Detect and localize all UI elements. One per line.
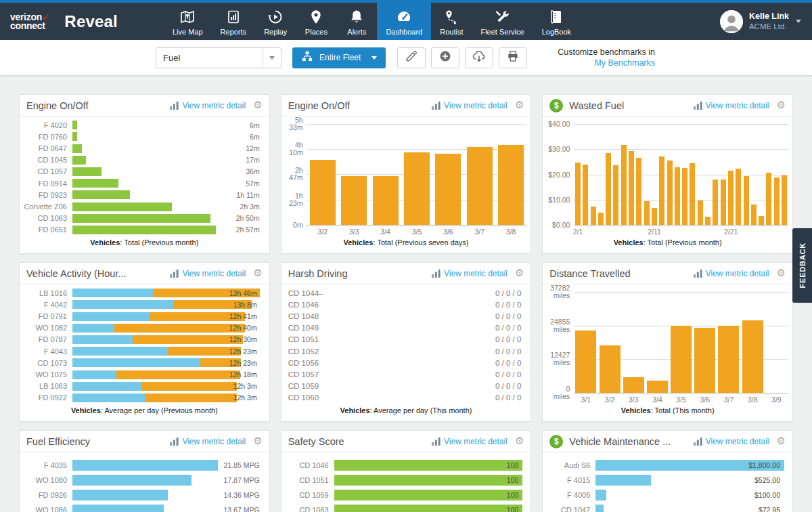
gear-icon[interactable]: ⚙ — [515, 100, 524, 110]
x-tick-label: 3/3 — [629, 396, 639, 404]
bar-row: FD 078712h 30m — [24, 334, 261, 345]
bar — [435, 154, 461, 225]
bar — [659, 156, 664, 225]
view-metric-detail-link[interactable]: View metric detail — [444, 269, 508, 278]
nav-tab-alerts[interactable]: Alerts — [336, 3, 377, 40]
gear-icon[interactable]: ⚙ — [777, 100, 786, 110]
nav-tab-routist[interactable]: Routist — [431, 3, 472, 40]
vehicle-label: CD 1063 — [24, 214, 67, 222]
value-label: 12h 3m — [233, 393, 257, 402]
my-benchmarks-link[interactable]: My Benchmarks — [558, 58, 655, 68]
y-tick-label: $10.00 — [548, 196, 570, 203]
bar-row: F 404312h 23m — [24, 345, 261, 357]
reports-icon — [225, 7, 242, 25]
x-tick-label: 3/8 — [748, 396, 758, 404]
edit-dashboard-button[interactable] — [397, 47, 426, 68]
card-title: Vehicle Activity (Hour... — [26, 268, 126, 279]
gear-icon[interactable]: ⚙ — [515, 268, 524, 278]
bar — [72, 144, 82, 153]
bar — [591, 207, 596, 225]
card-title: Vehicle Maintenance ... — [569, 436, 671, 447]
gear-icon[interactable]: ⚙ — [253, 436, 262, 446]
travel-segment — [72, 358, 200, 367]
chart-caption: Vehicles: Total (Previous month) — [20, 237, 269, 253]
value-label: 0 / 0 / 0 — [495, 359, 521, 367]
gear-icon[interactable]: ⚙ — [253, 100, 262, 110]
stacked-bar — [72, 312, 245, 321]
bar — [636, 158, 641, 225]
bar — [72, 167, 102, 176]
bar — [72, 490, 168, 500]
vehicle-label: F 4043 — [24, 347, 67, 356]
bar — [600, 345, 621, 393]
card-header: Safety Score View metric detail ⚙ — [281, 431, 531, 452]
view-metric-detail-link[interactable]: View metric detail — [444, 101, 508, 110]
bar — [742, 320, 763, 393]
nav-tab-places[interactable]: Places — [296, 3, 336, 40]
x-tick-label: 3/5 — [412, 228, 422, 236]
chart-area: 37282 miles24855 miles12427 miles0 miles… — [543, 284, 792, 405]
chart-area: F 40206mFD 07606mFD 064712mCD 104517mCD … — [20, 116, 269, 237]
vehicle-label: CD 1045 — [24, 156, 67, 164]
y-tick-label: 12427 miles — [550, 351, 570, 366]
vehicle-label: CD 1048 — [288, 312, 319, 320]
user-menu[interactable]: Kelle Link ACME Ltd. — [720, 3, 812, 40]
chart-caption: Vehicles: Total (This month) — [543, 405, 792, 421]
bar-row: CD 1051100 — [286, 473, 523, 488]
bar-row: FD 06512h 57m — [24, 224, 261, 236]
bar-chart-icon — [694, 438, 702, 446]
nav-tab-live-map[interactable]: Live Map — [164, 3, 212, 40]
money-badge-icon: $ — [549, 435, 563, 448]
view-metric-detail-link[interactable]: View metric detail — [706, 437, 769, 446]
fleet-selector-button[interactable]: Entire Fleet — [292, 47, 386, 68]
view-metric-detail-link[interactable]: View metric detail — [706, 101, 769, 110]
gear-icon[interactable]: ⚙ — [777, 268, 786, 278]
nav-tab-label: Places — [305, 28, 328, 36]
nav-tab-reports[interactable]: Reports — [212, 3, 256, 40]
view-metric-detail-link[interactable]: View metric detail — [182, 101, 246, 110]
avatar — [720, 10, 743, 33]
bar-rows: CD 1046100CD 1051100CD 1059100CD 1063100… — [281, 452, 531, 512]
nav-tab-dashboard[interactable]: Dashboard — [377, 3, 431, 40]
metric-category-select[interactable]: Fuel — [156, 47, 281, 68]
view-metric-detail-link[interactable]: View metric detail — [706, 269, 769, 278]
bar-track — [72, 156, 223, 165]
bar-row: CD 107312h 23m — [24, 357, 261, 368]
card-title: Wasted Fuel — [569, 100, 624, 111]
view-metric-detail-link[interactable]: View metric detail — [182, 437, 246, 446]
nav-tab-fleet-service[interactable]: Fleet Service — [472, 3, 533, 40]
bar-track — [72, 460, 222, 471]
nav-tab-label: Fleet Service — [480, 28, 524, 36]
replay-icon — [267, 7, 284, 25]
nav-tab-logbook[interactable]: LogBook — [533, 3, 580, 40]
list-item: CD 10480 / 0 / 0 — [288, 312, 522, 320]
gear-icon[interactable]: ⚙ — [253, 268, 262, 278]
card-header: $ Vehicle Maintenance ... View metric de… — [543, 431, 792, 452]
bar — [72, 121, 77, 129]
vehicle-label: FD 0787 — [24, 335, 67, 343]
nav-tab-label: Live Map — [173, 28, 203, 36]
export-button[interactable] — [465, 47, 493, 68]
bar — [671, 326, 692, 393]
bar — [606, 153, 611, 225]
vehicle-label: CD 1044– — [288, 289, 323, 297]
bar-chart-icon — [170, 438, 179, 446]
feedback-tab[interactable]: FEEDBACK — [792, 228, 812, 303]
gear-icon[interactable]: ⚙ — [515, 436, 524, 446]
value-label: 1h 11m — [236, 191, 259, 199]
y-axis: 5h 33m4h 10m2h 47m1h 23m0m — [283, 124, 307, 225]
gear-icon[interactable]: ⚙ — [777, 436, 786, 446]
bar — [467, 147, 493, 225]
chart-area: CD 1044–0 / 0 / 0CD 10460 / 0 / 0CD 1048… — [281, 284, 531, 405]
add-metric-button[interactable] — [431, 47, 459, 68]
nav-tab-replay[interactable]: Replay — [255, 3, 296, 40]
bar — [751, 205, 757, 225]
bar — [373, 176, 399, 225]
view-metric-detail-link[interactable]: View metric detail — [444, 437, 508, 446]
print-button[interactable] — [499, 47, 527, 68]
vehicle-label: F 4042 — [24, 301, 67, 309]
view-metric-detail-link[interactable]: View metric detail — [182, 269, 246, 278]
bar-row: F 403521.85 MPG — [24, 458, 261, 473]
card-header: $ Wasted Fuel View metric detail ⚙ — [543, 95, 792, 116]
vehicle-label: LB 1063 — [24, 382, 67, 390]
